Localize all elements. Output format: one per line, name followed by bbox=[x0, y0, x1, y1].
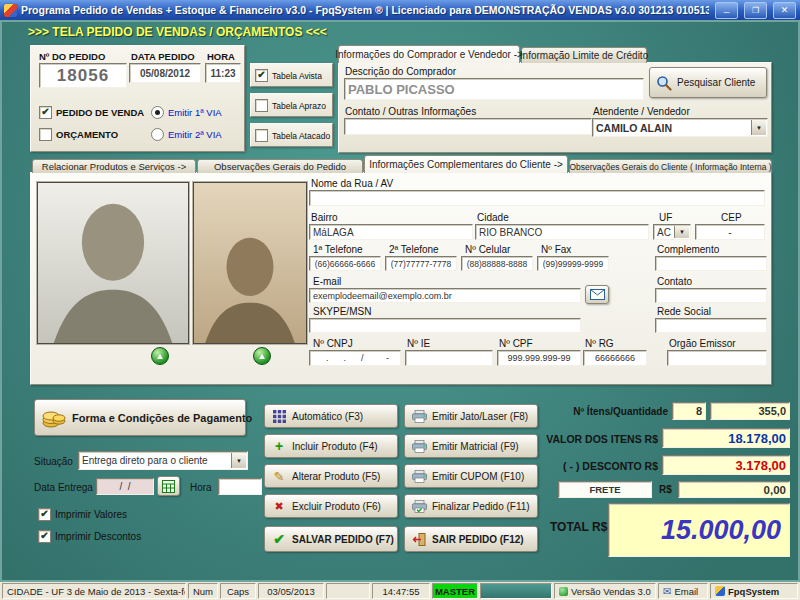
alterar-produto-button[interactable]: ✎ Alterar Produto (F5) bbox=[264, 464, 398, 488]
window-title: Programa Pedido de Vendas + Estoque & Fi… bbox=[21, 4, 709, 16]
sair-pedido-button[interactable]: SAIR PEDIDO (F12) bbox=[404, 526, 538, 552]
printer-icon bbox=[411, 470, 427, 483]
calendar-icon bbox=[161, 480, 177, 493]
load-photo-1-button[interactable] bbox=[151, 347, 169, 365]
delete-icon: ✖ bbox=[271, 500, 287, 513]
forma-pagamento-button[interactable]: Forma e Condições de Pagamento bbox=[34, 399, 246, 436]
orgao-emissor-field[interactable] bbox=[667, 350, 767, 366]
checkbox-imprimir-descontos[interactable]: Imprimir Descontos bbox=[38, 530, 141, 543]
fax-label: Nº Fax bbox=[541, 244, 571, 255]
itens-field: 8 bbox=[672, 402, 706, 420]
maximize-icon[interactable] bbox=[744, 2, 767, 19]
button-label: Incluir Produto (F4) bbox=[292, 441, 378, 452]
checkbox-tabela-aprazo[interactable]: Tabela Aprazo bbox=[255, 99, 326, 112]
email-label: Email bbox=[674, 586, 698, 597]
rua-label: Nome da Rua / AV bbox=[311, 178, 393, 189]
cpf-field[interactable]: 999.999.999-99 bbox=[497, 350, 581, 366]
checkbox-box bbox=[255, 99, 268, 112]
automatico-button[interactable]: Automático (F3) bbox=[264, 404, 398, 428]
ie-label: Nº IE bbox=[407, 338, 430, 349]
load-photo-2-button[interactable] bbox=[253, 347, 271, 365]
atendente-combo[interactable]: CAMILO ALAIN bbox=[592, 118, 768, 137]
telefone2-label: 2ª Telefone bbox=[389, 244, 439, 255]
grid-icon bbox=[271, 410, 287, 423]
cidade-field[interactable]: RIO BRANCO bbox=[475, 224, 649, 240]
radio-emitir-1-via[interactable]: Emitir 1ª VIA bbox=[151, 106, 222, 119]
cnpj-field[interactable]: . . / - bbox=[309, 350, 401, 366]
order-number-field[interactable]: 18056 bbox=[39, 63, 127, 88]
uf-combo[interactable]: AC bbox=[653, 224, 691, 240]
contato-field[interactable] bbox=[655, 288, 767, 303]
emitir-matricial-button[interactable]: Emitir Matricial (F9) bbox=[404, 434, 538, 458]
celular-label: Nº Celular bbox=[465, 244, 510, 255]
cidade-label: Cidade bbox=[477, 212, 509, 223]
radio-emitir-2-via[interactable]: Emitir 2ª VIA bbox=[151, 128, 222, 141]
rua-field[interactable] bbox=[309, 190, 765, 206]
status-email: ✉ Email bbox=[658, 583, 708, 599]
finalizar-pedido-button[interactable]: Finalizar Pedido (F11) bbox=[404, 494, 538, 518]
checkbox-label: PEDIDO DE VENDA bbox=[56, 107, 144, 118]
printer-check-icon bbox=[411, 500, 427, 513]
calendar-button[interactable] bbox=[157, 476, 180, 496]
tab-observacoes-pedido[interactable]: Observações Gerais do Pedido bbox=[197, 159, 363, 173]
data-entrega-field[interactable]: / / bbox=[96, 478, 154, 495]
titlebar[interactable]: Programa Pedido de Vendas + Estoque & Fi… bbox=[0, 0, 800, 20]
checkbox-label: Tabela Avista bbox=[272, 71, 322, 81]
send-email-button[interactable] bbox=[585, 285, 609, 304]
minimize-icon[interactable] bbox=[715, 2, 738, 19]
checkbox-tabela-atacado[interactable]: Tabela Atacado bbox=[255, 129, 330, 142]
contato-outras-field[interactable] bbox=[344, 118, 592, 135]
checkbox-pedido-de-venda[interactable]: PEDIDO DE VENDA bbox=[39, 106, 144, 119]
cep-field[interactable]: - bbox=[695, 224, 765, 240]
email-field[interactable]: exemplodeemail@exemplo.com.br bbox=[309, 288, 581, 303]
fax-field[interactable]: (99)99999-9999 bbox=[537, 256, 609, 271]
client-photo-2 bbox=[193, 182, 307, 344]
mail-icon: ✉ bbox=[663, 586, 671, 597]
frete-field[interactable]: 0,00 bbox=[678, 481, 790, 498]
descricao-comprador-field[interactable]: PABLO PICASSO bbox=[344, 78, 644, 100]
complemento-field[interactable] bbox=[655, 256, 767, 271]
salvar-pedido-button[interactable]: ✔ SALVAR PEDIDO (F7) bbox=[264, 526, 398, 552]
bairro-label: Bairro bbox=[311, 212, 338, 223]
pencil-icon: ✎ bbox=[271, 469, 287, 484]
checkbox-tabela-avista[interactable]: Tabela Avista bbox=[255, 69, 322, 82]
checkbox-label: Imprimir Valores bbox=[55, 509, 127, 520]
ie-field[interactable] bbox=[405, 350, 493, 366]
chevron-down-icon[interactable] bbox=[231, 453, 246, 468]
checkbox-box bbox=[39, 106, 52, 119]
emitir-jato-laser-button[interactable]: Emitir Jato/Laser (F8) bbox=[404, 404, 538, 428]
tab-observacoes-cliente[interactable]: Observações Gerais do Cliente ( Informaç… bbox=[569, 159, 772, 173]
rg-field[interactable]: 66666666 bbox=[583, 350, 647, 366]
rede-social-field[interactable] bbox=[655, 318, 767, 333]
chevron-down-icon[interactable] bbox=[751, 120, 766, 135]
chevron-down-icon[interactable] bbox=[674, 226, 689, 238]
button-label: Excluir Produto (F6) bbox=[292, 501, 381, 512]
excluir-produto-button[interactable]: ✖ Excluir Produto (F6) bbox=[264, 494, 398, 518]
tab-informacoes-cliente[interactable]: Informações Complementares do Cliente -> bbox=[364, 155, 568, 173]
order-date-field[interactable]: 05/08/2012 bbox=[129, 63, 201, 83]
telefone1-field[interactable]: (66)66666-6666 bbox=[309, 256, 381, 271]
tab-limite-credito[interactable]: Informação Limite de Crédito bbox=[521, 47, 647, 63]
order-time-label: HORA bbox=[207, 51, 235, 62]
frete-label-box: FRETE bbox=[558, 481, 652, 498]
celular-field[interactable]: (88)88888-8888 bbox=[461, 256, 533, 271]
bairro-field[interactable]: MáLAGA bbox=[309, 224, 473, 240]
complemento-label: Complemento bbox=[657, 244, 719, 255]
checkbox-imprimir-valores[interactable]: Imprimir Valores bbox=[38, 508, 127, 521]
order-time-field[interactable]: 11:23 bbox=[205, 63, 241, 83]
checkbox-box bbox=[255, 129, 268, 142]
hora-entrega-field[interactable] bbox=[218, 478, 262, 495]
emitir-cupom-button[interactable]: Emitir CUPOM (F10) bbox=[404, 464, 538, 488]
moeda-label: R$ bbox=[659, 484, 672, 495]
tab-comprador-vendedor[interactable]: Informações do Comprador e Vendedor -> bbox=[338, 45, 520, 63]
tab-relacionar-produtos[interactable]: Relacionar Produtos e Serviços -> bbox=[32, 159, 196, 173]
skype-field[interactable] bbox=[309, 318, 581, 333]
close-icon[interactable] bbox=[773, 2, 796, 19]
incluir-produto-button[interactable]: + Incluir Produto (F4) bbox=[264, 434, 398, 458]
checkbox-box bbox=[39, 128, 52, 141]
button-label: Emitir CUPOM (F10) bbox=[432, 471, 524, 482]
pesquisar-cliente-button[interactable]: Pesquisar Cliente bbox=[649, 67, 767, 98]
checkbox-orcamento[interactable]: ORÇAMENTO bbox=[39, 128, 118, 141]
situacao-combo[interactable]: Entrega direto para o cliente bbox=[78, 451, 248, 470]
telefone2-field[interactable]: (77)77777-7778 bbox=[385, 256, 457, 271]
